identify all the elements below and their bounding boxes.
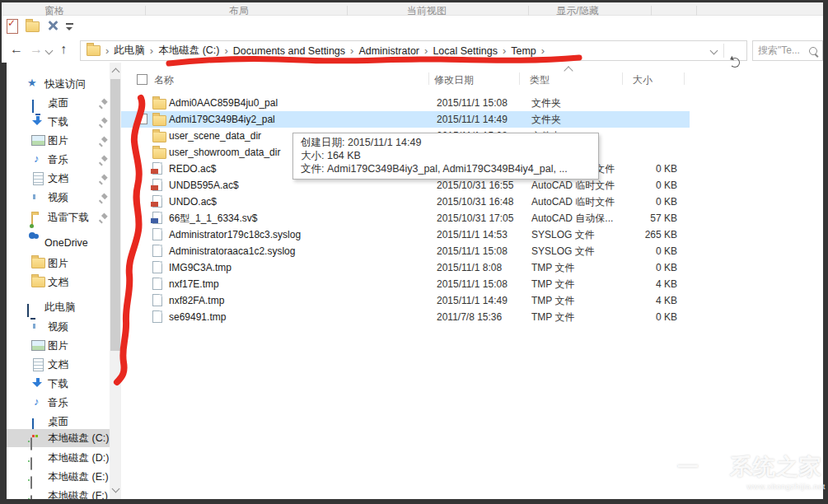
ribbon-group-show-hide: 显示/隐藏 [540,5,615,17]
pin-icon [99,194,108,203]
sidebar-item-pc-desktop[interactable]: 桌面 [7,413,110,431]
column-divider[interactable] [519,72,520,85]
search-input[interactable]: 搜索"Te... [752,40,823,61]
column-header-size[interactable]: 大小 [633,71,653,89]
breadcrumb-docs-settings[interactable]: Documents and Settings [233,45,345,57]
back-button[interactable]: ← [10,43,23,56]
table-row[interactable]: Administratoraaca1c2.syslog 2015/11/1 15… [121,243,690,259]
sidebar-item-label: 图片 [48,254,68,273]
breadcrumb-administrator[interactable]: Administrator [358,45,419,57]
sidebar-item-drive-c[interactable]: 本地磁盘 (C:) [7,429,110,447]
table-row[interactable]: nxf17E.tmp 2015/11/1 15:08 TMP 文件 4 KB [121,276,690,292]
sidebar-item-label: 桌面 [48,94,68,112]
address-bar[interactable]: › 此电脑 › 本地磁盘 (C:) › Documents and Settin… [80,40,747,61]
location-folder-icon [87,45,101,56]
sidebar-item-this-pc[interactable]: 此电脑 [7,298,110,316]
column-header-type[interactable]: 类型 [530,71,550,89]
sidebar-item-label: 图片 [48,337,68,355]
file-name: Admi179C349B4iy2_pal [169,111,275,128]
breadcrumb-separator: › [424,44,428,57]
sidebar-item-label: 本地磁盘 (E:) [48,468,109,486]
delete-button[interactable] [47,20,58,31]
recent-locations-chevron[interactable] [45,47,54,55]
file-size: 4 KB [622,292,677,309]
sidebar-item-label: 本地磁盘 (D:) [48,449,109,467]
table-row[interactable]: UNDO.ac$ 2015/10/31 16:48 AutoCAD 临时文件 0… [121,194,690,210]
file-size: 0 KB [622,309,677,325]
refresh-icon[interactable] [730,58,740,68]
sidebar-item-pc-downloads[interactable]: 下载 [7,375,110,393]
sidebar-item-label: 文档 [48,356,68,374]
file-name: Administratoraaca1c2.syslog [169,243,295,259]
new-folder-button[interactable] [26,21,40,32]
sidebar-item-pc-documents[interactable]: 文档 [7,356,110,374]
file-date: 2015/10/31 16:55 [437,177,513,194]
sidebar-item-quick-access[interactable]: ★ 快速访问 [7,75,110,93]
sidebar-item-pc-pictures[interactable]: 图片 [7,337,110,355]
customize-toolbar-button[interactable] [66,23,73,31]
sidebar-item-label: 视频 [48,318,68,336]
row-checkbox[interactable] [137,114,147,124]
sidebar-item-onedrive[interactable]: OneDrive [7,234,110,252]
sidebar-item-pc-videos[interactable]: 视频 [7,318,110,336]
table-row[interactable]: IMG9C3A.tmp 2015/11/1 8:08 TMP 文件 0 KB [121,259,690,276]
file-name: UNDO.ac$ [169,194,217,210]
breadcrumb-drive-c[interactable]: 本地磁盘 (C:) [158,44,219,58]
window-border-top [0,0,828,2]
sidebar-item-label: 下载 [48,375,68,393]
sidebar-scrollbar-thumb[interactable] [110,79,120,351]
watermark-dash: 一 [677,456,699,478]
table-row[interactable]: 66型_1_1_6334.sv$ 2015/10/31 17:05 AutoCA… [121,210,690,226]
folder-icon [152,148,166,159]
breadcrumb-this-pc[interactable]: 此电脑 [114,44,145,58]
sidebar-item-drive-e[interactable]: 本地磁盘 (E:) [7,468,110,486]
sidebar-item-downloads[interactable]: 下载 [7,113,110,131]
desktop-icon [32,100,34,113]
tooltip-size: 大小: 164 KB [301,149,591,162]
ribbon-group-current-view: 当前视图 [390,5,464,17]
sidebar-item-pc-music[interactable]: ♪ 音乐 [7,394,110,412]
breadcrumb-separator: › [503,44,506,57]
table-row[interactable]: UNDB595A.ac$ 2015/10/31 16:55 AutoCAD 临时… [121,177,690,194]
file-type: TMP 文件 [531,309,574,325]
sidebar-item-thunder-downloads[interactable]: 迅雷下载 [7,208,110,226]
sidebar-item-drive-d[interactable]: 本地磁盘 (D:) [7,449,110,467]
file-date: 2015/10/31 16:48 [437,194,513,210]
table-row[interactable]: se69491.tmp 2011/7/8 15:36 TMP 文件 0 KB [121,309,690,325]
house-logo-icon [700,453,728,481]
column-header-name[interactable]: 名称 [154,71,174,89]
sidebar-item-desktop[interactable]: 桌面 [7,94,110,112]
sidebar-item-label: 音乐 [48,151,68,169]
breadcrumb-temp[interactable]: Temp [511,45,536,57]
autocad-temp-file-icon [152,179,162,191]
document-icon [33,172,44,185]
table-row[interactable]: Admi0AAC859B4ju0_pal 2015/11/1 15:08 文件夹 [121,95,690,111]
sidebar-item-music[interactable]: ♪ 音乐 [7,151,110,169]
music-icon: ♪ [34,396,40,407]
column-divider[interactable] [428,72,429,85]
column-divider[interactable] [622,72,623,85]
sidebar-item-onedrive-documents[interactable]: 文档 [7,273,110,292]
column-divider[interactable] [684,72,685,85]
site-watermark: 一 系统之家 www.xitongzhijia.net [677,453,826,491]
table-row[interactable]: nxf82FA.tmp 2015/11/1 14:49 TMP 文件 4 KB [121,292,690,309]
select-all-checkbox[interactable] [137,74,147,85]
ribbon-group-pane: 窗格 [17,5,91,17]
folder-icon [31,277,45,287]
ribbon-strip: 窗格 布局 当前视图 显示/隐藏 [0,2,823,16]
sidebar-item-videos[interactable]: 视频 [7,189,110,207]
up-button[interactable]: ↑ [60,43,67,56]
file-date: 2015/11/1 14:49 [437,111,508,128]
autocad-temp-file-icon [152,195,162,208]
folder-icon [152,99,166,110]
table-row-selected[interactable]: Admi179C349B4iy2_pal 2015/11/1 14:49 文件夹 [121,111,690,128]
sidebar-item-pictures[interactable]: 图片 [7,132,110,150]
sidebar-item-onedrive-pictures[interactable]: 图片 [7,254,110,273]
table-row[interactable]: Administrator179c18c3.syslog 2015/11/1 1… [121,226,690,243]
forward-button[interactable]: → [30,43,43,56]
column-header-date[interactable]: 修改日期 [434,71,474,89]
file-name: user_showroom_data_dir [169,144,280,161]
sidebar-item-documents[interactable]: 文档 [7,170,110,188]
breadcrumb-local-settings[interactable]: Local Settings [433,45,498,57]
file-size: 0 KB [622,194,677,210]
